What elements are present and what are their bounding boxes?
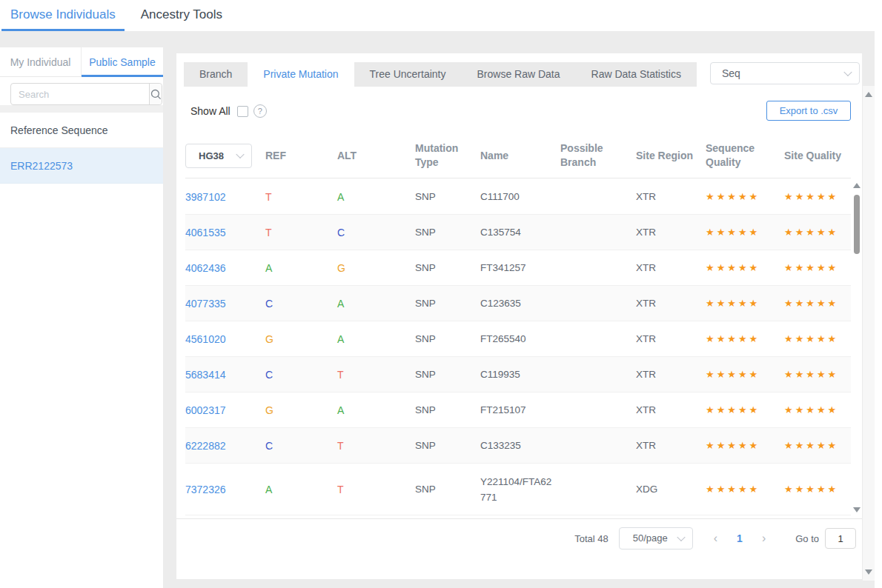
site-region: XDG (636, 484, 706, 495)
page-size-value: 50/page (633, 532, 668, 544)
mutation-type: SNP (415, 404, 480, 415)
column-header-ref: REF (265, 149, 337, 163)
site-region: XTR (636, 298, 706, 309)
site-quality-stars: ★★★★★ (784, 484, 851, 495)
mutation-name: C135754 (480, 224, 560, 240)
search-icon (150, 89, 162, 100)
seq-select[interactable]: Seq (710, 62, 860, 84)
ref-value: T (265, 191, 337, 203)
page-size-select[interactable]: 50/page (619, 527, 693, 549)
reference-genome-select[interactable]: HG38 (185, 144, 252, 168)
scroll-up-icon[interactable] (865, 92, 872, 97)
top-nav: Browse Individuals Ancestry Tools (0, 0, 882, 31)
scroll-up-icon[interactable] (853, 183, 861, 188)
main-panel: BranchPrivate MutationTree UncertaintyBr… (176, 53, 862, 579)
sample-search (10, 83, 162, 105)
site-quality-stars: ★★★★★ (784, 227, 851, 238)
show-all-label: Show All (190, 105, 231, 117)
goto-label: Go to (795, 533, 819, 544)
scroll-down-icon[interactable] (853, 507, 861, 512)
reference-genome-value: HG38 (199, 150, 224, 161)
position-link[interactable]: 4062436 (185, 262, 265, 274)
position-link[interactable]: 4561020 (185, 333, 265, 345)
table-row: 4077335CASNPC123635XTR★★★★★★★★★★ (185, 286, 851, 321)
goto-page-input[interactable] (825, 528, 856, 549)
mutation-type: SNP (415, 298, 480, 309)
site-region: XTR (636, 191, 706, 202)
tab-raw-data-statistics[interactable]: Raw Data Statistics (576, 62, 697, 87)
ref-value: C (265, 440, 337, 452)
alt-value: A (337, 404, 415, 416)
position-link[interactable]: 7372326 (185, 484, 265, 495)
table-header: HG38 REFALTMutation TypeNamePossible Bra… (185, 133, 851, 178)
scroll-down-icon[interactable] (865, 569, 872, 575)
table-row: 3987102TASNPC111700XTR★★★★★★★★★★ (185, 179, 851, 215)
site-quality-stars: ★★★★★ (784, 369, 851, 380)
nav-ancestry-tools[interactable]: Ancestry Tools (141, 0, 222, 31)
tab-branch[interactable]: Branch (184, 62, 248, 87)
site-region: XTR (636, 227, 706, 238)
chevron-down-icon (677, 533, 685, 541)
sequence-quality-stars: ★★★★★ (706, 333, 784, 344)
ref-value: T (265, 227, 337, 238)
current-page[interactable]: 1 (737, 532, 743, 544)
column-header-site-region: Site Region (636, 149, 706, 163)
position-link[interactable]: 6002317 (185, 404, 265, 416)
next-page-icon[interactable]: › (762, 532, 766, 545)
mutation-name: C133235 (480, 438, 560, 453)
table-row: 7372326ATSNPY221104/FTA62771XDG★★★★★★★★★… (185, 464, 851, 515)
mutation-type: SNP (415, 484, 480, 495)
position-link[interactable]: 4061535 (185, 227, 265, 238)
prev-page-icon[interactable]: ‹ (714, 532, 717, 545)
alt-value: G (337, 262, 415, 274)
table-scrollbar[interactable] (852, 183, 861, 512)
table-row: 6222882CTSNPC133235XTR★★★★★★★★★★ (185, 428, 851, 464)
tab-tree-uncertainty[interactable]: Tree Uncertainty (354, 62, 462, 87)
tab-browse-raw-data[interactable]: Browse Raw Data (462, 62, 576, 87)
sequence-quality-stars: ★★★★★ (706, 440, 784, 451)
scrollbar-thumb[interactable] (854, 195, 860, 254)
ref-value: C (265, 369, 337, 381)
alt-value: T (337, 440, 415, 452)
tab-my-individual[interactable]: My Individual (0, 47, 82, 76)
mutation-name: C111700 (480, 189, 560, 204)
total-count-label: Total 48 (574, 533, 609, 544)
pagination: Total 48 50/page ‹ 1 › Go to (574, 527, 856, 549)
ref-value: G (265, 404, 337, 416)
site-region: XTR (636, 333, 706, 344)
site-quality-stars: ★★★★★ (784, 333, 851, 344)
site-quality-stars: ★★★★★ (784, 298, 851, 309)
export-csv-button[interactable]: Export to .csv (766, 101, 851, 121)
table-body: 3987102TASNPC111700XTR★★★★★★★★★★4061535T… (185, 179, 851, 515)
nav-browse-individuals[interactable]: Browse Individuals (10, 0, 116, 31)
table-row: 4561020GASNPFT265540XTR★★★★★★★★★★ (185, 321, 851, 357)
alt-value: A (337, 333, 415, 345)
sidebar-tabs: My Individual Public Sample (0, 47, 163, 77)
reference-sequence-label: Reference Sequence (0, 113, 163, 148)
sample-item-err2122573[interactable]: ERR2122573 (0, 148, 163, 184)
site-quality-stars: ★★★★★ (784, 262, 851, 273)
search-button[interactable] (149, 84, 162, 104)
position-link[interactable]: 6222882 (185, 440, 265, 452)
mutation-type: SNP (415, 262, 480, 273)
site-region: XTR (636, 404, 706, 415)
table-row: 6002317GASNPFT215107XTR★★★★★★★★★★ (185, 392, 851, 428)
position-link[interactable]: 3987102 (185, 191, 265, 203)
position-link[interactable]: 5683414 (185, 369, 265, 381)
ref-value: G (265, 333, 337, 345)
ref-value: C (265, 298, 337, 310)
main-tabs: BranchPrivate MutationTree UncertaintyBr… (184, 62, 697, 87)
chevron-down-icon (236, 150, 244, 158)
tab-public-sample[interactable]: Public Sample (82, 47, 163, 76)
search-input[interactable] (11, 84, 149, 104)
mutation-type: SNP (415, 333, 480, 344)
position-link[interactable]: 4077335 (185, 298, 265, 310)
table-row: 4062436AGSNPFT341257XTR★★★★★★★★★★ (185, 250, 851, 286)
help-icon[interactable]: ? (253, 104, 267, 118)
sequence-quality-stars: ★★★★★ (706, 369, 784, 380)
show-all-checkbox[interactable] (237, 106, 248, 117)
alt-value: C (337, 227, 415, 238)
page-scrollbar[interactable] (863, 86, 875, 581)
page-margin (875, 31, 882, 588)
tab-private-mutation[interactable]: Private Mutation (248, 62, 354, 87)
